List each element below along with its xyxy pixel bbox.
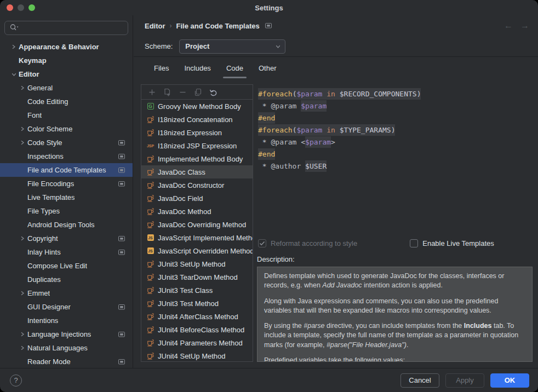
template-list-toolbar <box>141 85 253 100</box>
tab-files[interactable]: Files <box>154 57 169 79</box>
description-paragraph: Along with Java expressions and comments… <box>264 297 525 316</box>
template-list-item[interactable]: JUnit4 BeforeClass Method <box>141 323 253 336</box>
template-list-item[interactable]: JUnit3 TearDown Method <box>141 270 253 284</box>
template-list-item[interactable]: JSJavaScript Implemented Method <box>141 231 253 244</box>
window-title: Settings <box>0 4 538 12</box>
sidebar-item-color-scheme[interactable]: Color Scheme <box>0 122 133 136</box>
sidebar-item-keymap[interactable]: Keymap <box>0 54 133 67</box>
sidebar-item-reader-mode[interactable]: Reader Mode <box>0 355 133 368</box>
java-class-icon <box>147 274 154 281</box>
sidebar-item-code-style[interactable]: Code Style <box>0 136 133 149</box>
template-list-item[interactable]: I18nized Expression <box>141 126 253 139</box>
code-line: #foreach($param in $RECORD_COMPONENTS) <box>258 88 533 100</box>
description-label: Description: <box>257 255 533 263</box>
revert-icon <box>209 88 218 96</box>
tab-includes[interactable]: Includes <box>184 57 210 79</box>
template-list-item[interactable]: I18nized Concatenation <box>141 113 253 126</box>
template-list-item[interactable]: JUnit4 SetUp Method <box>141 349 253 361</box>
sidebar-item-inspections[interactable]: Inspections <box>0 149 133 163</box>
sidebar-item-appearance-behavior[interactable]: Appearance & Behavior <box>0 40 133 54</box>
template-code-editor[interactable]: #foreach($param in $RECORD_COMPONENTS) *… <box>253 84 533 234</box>
description-paragraph: Predefined variables take the following … <box>264 356 525 362</box>
sidebar-item-language-injections[interactable]: Language Injections <box>0 327 133 341</box>
remove-template-button[interactable] <box>179 88 187 96</box>
chevron-right-icon[interactable] <box>18 126 27 131</box>
template-list-item[interactable]: Implemented Method Body <box>141 152 253 165</box>
tab-code[interactable]: Code <box>226 57 243 79</box>
chevron-right-icon[interactable] <box>18 332 27 337</box>
java-class-icon <box>147 116 154 123</box>
java-class-icon <box>147 182 154 189</box>
sidebar-item-label: Code Style <box>27 139 62 147</box>
chevron-down-icon[interactable] <box>9 72 19 77</box>
sidebar-item-gui-designer[interactable]: GUI Designer <box>0 300 133 314</box>
sidebar-item-natural-languages[interactable]: Natural Languages <box>0 341 133 355</box>
scheme-value: Project <box>185 42 209 50</box>
add-template-button[interactable] <box>148 88 156 96</box>
sidebar-item-live-templates[interactable]: Live Templates <box>0 191 133 204</box>
forward-arrow-icon[interactable]: → <box>520 21 529 31</box>
sidebar-item-duplicates[interactable]: Duplicates <box>0 273 133 286</box>
enable-live-templates-checkbox[interactable]: Enable Live Templates <box>410 239 494 247</box>
breadcrumb-editor[interactable]: Editor <box>145 22 165 30</box>
template-list-item[interactable]: JUnit4 Parameters Method <box>141 336 253 349</box>
sidebar-item-inlay-hints[interactable]: Inlay Hints <box>0 245 133 259</box>
search-icon <box>9 24 19 33</box>
template-name: I18nized Expression <box>158 129 222 137</box>
ok-button[interactable]: OK <box>490 373 529 388</box>
sidebar-item-label: Android Design Tools <box>27 221 95 229</box>
sidebar-item-emmet[interactable]: Emmet <box>0 286 133 300</box>
tab-other[interactable]: Other <box>259 57 277 79</box>
sidebar-item-file-and-code-templates[interactable]: File and Code Templates <box>0 163 133 177</box>
template-name: JUnit4 AfterClass Method <box>158 313 238 321</box>
java-class-icon <box>147 261 154 268</box>
sidebar-item-font[interactable]: Font <box>0 108 133 122</box>
template-list-item[interactable]: JavaDoc Field <box>141 192 253 205</box>
reformat-checkbox[interactable]: Reformat according to style <box>258 239 357 247</box>
chevron-right-icon[interactable] <box>18 291 27 296</box>
sidebar-item-general[interactable]: General <box>0 81 133 95</box>
chevron-right-icon[interactable] <box>9 44 19 49</box>
chevron-right-icon[interactable] <box>18 345 27 350</box>
template-list-item[interactable]: JavaDoc Overriding Method <box>141 218 253 231</box>
sidebar-item-compose-live-edit[interactable]: Compose Live Edit <box>0 259 133 273</box>
screen-icon <box>118 236 125 241</box>
template-list-item[interactable]: JSJavaScript Overridden Method <box>141 244 253 257</box>
cancel-button[interactable]: Cancel <box>400 373 439 388</box>
template-list-item[interactable]: JSPI18nized JSP Expression <box>141 139 253 152</box>
template-list-item[interactable]: JavaDoc Constructor <box>141 178 253 192</box>
search-input[interactable] <box>20 24 123 33</box>
description-paragraph: Defines template which used to generate … <box>264 272 525 291</box>
java-class-icon <box>147 313 154 320</box>
template-list-item[interactable]: JavaDoc Class <box>141 165 253 178</box>
sidebar-item-file-encodings[interactable]: File Encodings <box>0 177 133 191</box>
sidebar-item-intentions[interactable]: Intentions <box>0 314 133 327</box>
copy-template-button[interactable] <box>194 88 202 96</box>
sidebar-item-android-design-tools[interactable]: Android Design Tools <box>0 218 133 232</box>
settings-search-field[interactable] <box>4 21 128 35</box>
sidebar-item-editor[interactable]: Editor <box>0 67 133 81</box>
template-list-item[interactable]: JUnit3 SetUp Method <box>141 257 253 270</box>
chevron-right-icon[interactable] <box>18 236 27 241</box>
sidebar-item-copyright[interactable]: Copyright <box>0 232 133 245</box>
back-arrow-icon[interactable]: ← <box>504 21 513 31</box>
chevron-right-icon[interactable] <box>18 85 27 90</box>
template-list-item[interactable]: JavaDoc Method <box>141 205 253 218</box>
apply-button[interactable]: Apply <box>445 373 484 388</box>
titlebar: Settings <box>0 0 538 15</box>
revert-template-button[interactable] <box>209 88 218 96</box>
chevron-right-icon[interactable] <box>18 140 27 145</box>
sidebar-item-code-editing[interactable]: Code Editing <box>0 95 133 108</box>
template-list-item[interactable]: JUnit4 AfterClass Method <box>141 310 253 323</box>
code-line: #end <box>258 148 533 160</box>
create-duplicate-template-button[interactable] <box>163 88 171 96</box>
template-list-item[interactable]: GGroovy New Method Body <box>141 100 253 113</box>
template-tabs: FilesIncludesCodeOther <box>134 57 538 79</box>
template-list-item[interactable]: JUnit3 Test Class <box>141 284 253 297</box>
template-list-item[interactable]: JUnit3 Test Method <box>141 297 253 310</box>
template-name: I18nized JSP Expression <box>158 142 237 150</box>
help-button[interactable]: ? <box>10 374 22 387</box>
scheme-dropdown[interactable]: Project <box>179 39 285 54</box>
chevron-down-icon <box>276 44 281 49</box>
sidebar-item-file-types[interactable]: File Types <box>0 204 133 218</box>
